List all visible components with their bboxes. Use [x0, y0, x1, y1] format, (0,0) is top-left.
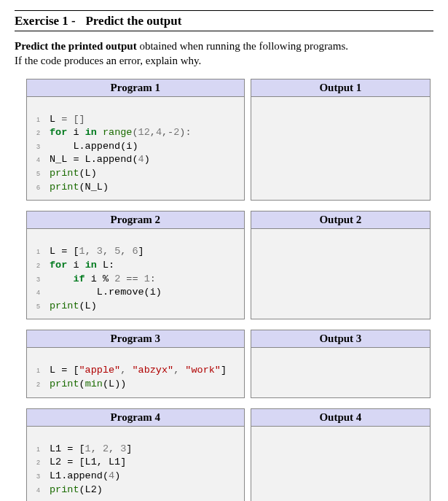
code-box: 1L = []2for i in range(12,4,-2):3 L.appe…	[26, 97, 245, 201]
code-line: 1L = []	[27, 113, 240, 127]
code-line: 2for i in L:	[27, 259, 240, 273]
instructions-line2: If the code produces an error, explain w…	[15, 55, 201, 66]
line-number: 1	[27, 247, 45, 256]
output-header: Output 1	[251, 79, 431, 97]
line-number: 4	[27, 486, 45, 494]
code-content: L.append(i)	[45, 140, 138, 154]
line-number: 2	[27, 261, 45, 270]
code-line: 2print(min(L))	[27, 378, 240, 392]
line-number: 4	[27, 155, 45, 164]
program-header: Program 3	[26, 330, 245, 348]
code-line: 4 L.remove(i)	[27, 286, 240, 300]
program-block: Program 21L = [1, 3, 5, 6]2for i in L:3 …	[15, 211, 433, 319]
line-number: 3	[27, 142, 45, 151]
line-number: 1	[27, 115, 45, 124]
code-content: L = []	[45, 113, 85, 127]
line-number: 5	[27, 302, 45, 311]
code-content: L.remove(i)	[45, 286, 162, 300]
output-header: Output 4	[251, 408, 431, 427]
code-content: for i in L:	[45, 259, 114, 273]
exercise-subtitle: Predict the output	[85, 14, 181, 28]
program-header: Program 2	[26, 211, 245, 229]
code-content: print(L)	[45, 167, 97, 181]
code-line: 3L1.append(4)	[27, 470, 240, 483]
code-line: 1L = [1, 3, 5, 6]	[27, 245, 240, 259]
instructions-rest: obtained when running the following prog…	[137, 40, 348, 52]
line-number: 3	[27, 472, 45, 481]
line-number: 5	[27, 169, 45, 178]
line-number: 3	[27, 275, 45, 284]
output-box	[251, 427, 431, 501]
code-line: 4print(L2)	[27, 483, 240, 497]
code-content: print(min(L))	[45, 378, 126, 392]
output-header: Output 2	[251, 211, 431, 229]
line-number: 1	[27, 445, 45, 454]
code-content: L2 = [L1, L1]	[45, 456, 126, 470]
code-content: for i in range(12,4,-2):	[45, 126, 192, 140]
code-content: if i % 2 == 1:	[45, 273, 156, 287]
output-box	[251, 348, 431, 397]
code-line: 4N_L = L.append(4)	[27, 153, 240, 167]
code-content: L = ["apple", "abzyx", "work"]	[45, 364, 227, 378]
code-content: L1.append(4)	[45, 470, 120, 483]
line-number: 2	[27, 128, 45, 137]
code-line: 1L1 = [1, 2, 3]	[27, 443, 240, 457]
code-line: 5print(L)	[27, 167, 240, 181]
code-line: 5print(L)	[27, 300, 240, 314]
code-content: print(L)	[45, 300, 97, 314]
code-line: 1L = ["apple", "abzyx", "work"]	[27, 364, 240, 378]
line-number: 1	[27, 366, 45, 375]
code-line: 2L2 = [L1, L1]	[27, 456, 240, 470]
line-number: 2	[27, 458, 45, 467]
program-header: Program 4	[26, 408, 245, 427]
code-line: 3 L.append(i)	[27, 140, 240, 154]
code-content: print(N_L)	[45, 181, 109, 195]
code-box: 1L1 = [1, 2, 3]2L2 = [L1, L1]3L1.append(…	[26, 427, 245, 501]
program-block: Program 41L1 = [1, 2, 3]2L2 = [L1, L1]3L…	[15, 408, 433, 501]
code-content: print(L2)	[45, 483, 103, 497]
exercise-label: Exercise 1 -	[15, 14, 76, 28]
line-number: 2	[27, 380, 45, 389]
program-block: Program 31L = ["apple", "abzyx", "work"]…	[15, 330, 433, 397]
instructions: Predict the printed output obtained when…	[15, 39, 433, 69]
program-header: Program 1	[26, 79, 245, 97]
instructions-lead: Predict the printed output	[15, 40, 137, 52]
code-content: L = [1, 3, 5, 6]	[45, 245, 144, 259]
code-box: 1L = ["apple", "abzyx", "work"]2print(mi…	[26, 348, 245, 397]
code-line: 2for i in range(12,4,-2):	[27, 126, 240, 140]
code-line: 3 if i % 2 == 1:	[27, 273, 240, 287]
code-content: L1 = [1, 2, 3]	[45, 443, 132, 457]
output-header: Output 3	[251, 330, 431, 348]
output-box	[251, 229, 431, 319]
code-box: 1L = [1, 3, 5, 6]2for i in L:3 if i % 2 …	[26, 229, 245, 319]
code-line: 6print(N_L)	[27, 181, 240, 195]
line-number: 6	[27, 183, 45, 192]
line-number: 4	[27, 288, 45, 297]
program-block: Program 11L = []2for i in range(12,4,-2)…	[15, 79, 433, 201]
output-box	[251, 97, 431, 201]
exercise-heading: Exercise 1 - Predict the output	[15, 11, 433, 31]
code-content: N_L = L.append(4)	[45, 153, 150, 167]
